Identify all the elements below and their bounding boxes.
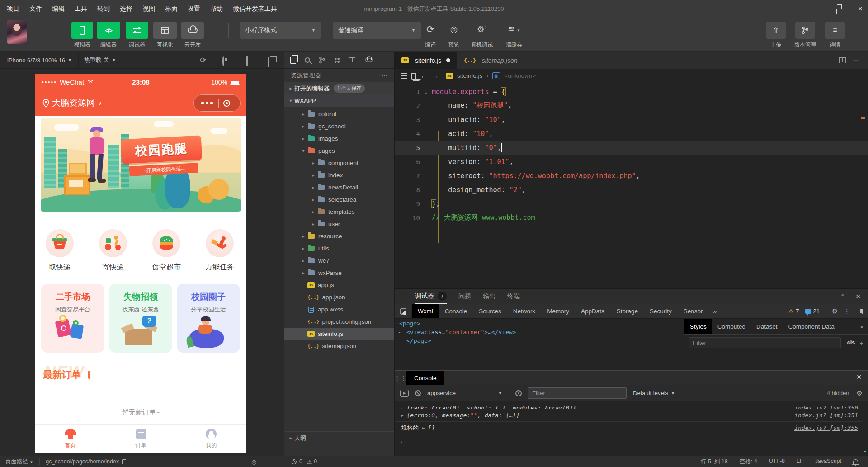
tree-item-user[interactable]: ▸user (284, 218, 394, 230)
refresh-button[interactable]: ⟳ (200, 56, 206, 65)
more-icon[interactable]: ⋯ (382, 72, 388, 79)
status-item[interactable]: UTF-8 (769, 458, 785, 466)
search-icon[interactable] (305, 57, 310, 63)
devtools-tab-Wxml[interactable]: Wxml (412, 304, 439, 318)
mini-app-title[interactable]: 大鹏资源网 (52, 97, 95, 109)
banner[interactable]: 校园跑腿 —开启新校园生活— (41, 118, 241, 212)
more-button[interactable] (201, 102, 213, 104)
console-sidebar-icon[interactable]: ▶ (400, 390, 409, 397)
devtools-tab-Storage[interactable]: Storage (611, 304, 644, 318)
console-filter-input[interactable] (528, 387, 627, 399)
editor-tab-siteinfo.js[interactable]: JSsiteinfo.js (395, 52, 457, 69)
console-settings-gear-icon[interactable]: ⚙ (857, 389, 863, 397)
simulator-button[interactable] (71, 22, 93, 39)
tree-item-colorui[interactable]: ▸colorui (284, 108, 394, 120)
split-editor-icon[interactable] (839, 57, 846, 63)
menu-项目[interactable]: 项目 (2, 0, 24, 18)
phone-tab-我的[interactable]: 我的 (176, 425, 246, 453)
context-select[interactable]: appservice ▼ (427, 390, 502, 396)
tree-item-resource[interactable]: ▸resource (284, 230, 394, 242)
cloud-icon[interactable] (365, 58, 373, 62)
devtools-tab-Sensor[interactable]: Sensor (678, 304, 709, 318)
menu-编辑[interactable]: 编辑 (47, 0, 70, 18)
styles-tab-Styles[interactable]: Styles (684, 319, 712, 334)
avatar[interactable] (7, 20, 27, 44)
more-actions-icon[interactable]: ⋯ (854, 57, 860, 64)
code-line-1[interactable]: 1⌄module.exports = { (395, 85, 868, 99)
code-line-4[interactable]: 4 acid: "10", (395, 127, 868, 141)
tree-item-we7[interactable]: ▸we7 (284, 255, 394, 267)
devtools-tab-Memory[interactable]: Memory (541, 304, 575, 318)
record-button[interactable] (222, 57, 224, 66)
wxml-node[interactable]: ▸<view class="container">…</view> (395, 328, 684, 336)
bookmark-icon[interactable] (411, 73, 416, 79)
cloud-dev-button[interactable] (181, 22, 204, 39)
status-item[interactable]: JavaScript (815, 458, 841, 466)
editor-tab-sitemap.json[interactable]: {..}sitemap.json (457, 52, 524, 69)
menu-视图[interactable]: 视图 (137, 0, 160, 18)
console-tab[interactable]: Console (406, 371, 444, 385)
code-line-9[interactable]: 9}; (395, 197, 868, 211)
card-失物招领[interactable]: 失物招领找东西 还东西 (109, 284, 172, 353)
card-二手市场[interactable]: 二手市场闲置交易平台 (41, 284, 104, 353)
status-item[interactable]: 行 5, 列 18 (701, 458, 728, 466)
clear-console-icon[interactable] (415, 390, 421, 396)
console-log-row[interactable]: ▶{rank: Array(0), school: {…}, modules: … (395, 402, 863, 409)
menu-文件[interactable]: 文件 (24, 0, 47, 18)
clear-cache-button[interactable]: ≋ ▼ (501, 24, 527, 34)
tree-item-siteinfo.js[interactable]: JSsiteinfo.js (284, 328, 394, 340)
phone-tab-首页[interactable]: 首页 (35, 425, 106, 453)
close-console-icon[interactable]: ✕ (856, 373, 862, 381)
console-prompt[interactable]: › (395, 434, 863, 445)
branch-icon[interactable] (319, 57, 326, 64)
devtools-tab-Sources[interactable]: Sources (473, 304, 507, 318)
tree-item-gc_school[interactable]: ▸gc_school (284, 120, 394, 132)
source-link[interactable]: index.js? [sm]:350 (794, 405, 858, 409)
debugger-tab-问题[interactable]: 问题 (458, 289, 471, 304)
code-line-10[interactable]: 10// 大鹏资源网 www.wobbt.com (395, 211, 868, 225)
styles-filter-input[interactable] (689, 337, 841, 348)
tree-item-app.json[interactable]: {..}app.json (284, 291, 394, 303)
wxml-tree-pane[interactable]: <page>▸<view class="container">…</view><… (395, 319, 684, 370)
card-校园圈子[interactable]: 校园圈子分享校园生活 (177, 284, 240, 353)
more-icon[interactable]: ⋯ (271, 458, 278, 465)
menu-转到[interactable]: 转到 (92, 0, 115, 18)
grid-item-食堂超市[interactable]: 食堂超市 (146, 229, 187, 272)
devtools-tab-Console[interactable]: Console (439, 304, 473, 318)
menu-选择[interactable]: 选择 (115, 0, 137, 18)
copy-icon[interactable] (122, 459, 126, 464)
debugger-button[interactable] (126, 22, 148, 39)
grid-item-万能任务[interactable]: 万能任务 (199, 229, 241, 272)
grid-item-寄快递[interactable]: 寄快递 (92, 229, 134, 272)
wxml-node[interactable]: </page> (395, 336, 684, 345)
code-line-2[interactable]: 2 name: "校园跑腿", (395, 99, 868, 113)
live-expression-icon[interactable] (515, 390, 522, 396)
devtools-tab-Network[interactable]: Network (507, 304, 542, 318)
page-path-select[interactable]: 页面路径 ▼ (5, 458, 33, 466)
tree-item-app.js[interactable]: JSapp.js (284, 279, 394, 291)
extensions-icon[interactable] (334, 57, 340, 63)
version-control-button[interactable] (795, 22, 815, 39)
tree-item-pages[interactable]: ▾pages (284, 145, 394, 157)
forward-icon[interactable]: → (432, 72, 439, 80)
code-line-8[interactable]: 8 design_method: "2", (395, 183, 868, 197)
code-line-5[interactable]: 5 multiid: "0", (395, 141, 868, 155)
visualize-button[interactable] (153, 22, 177, 39)
back-icon[interactable]: ← (420, 72, 428, 80)
wxml-node[interactable]: <page> (395, 319, 684, 328)
chevron-down-icon[interactable]: ∨ (98, 100, 102, 106)
tree-item-newsDetail[interactable]: ▸newsDetail (284, 181, 394, 193)
dock-side-icon[interactable] (856, 309, 863, 314)
code-line-6[interactable]: 6 version: "1.01", (395, 155, 868, 169)
breadcrumb-symbol[interactable]: <unknown> (504, 72, 536, 79)
tree-item-images[interactable]: ▸images (284, 132, 394, 145)
inspect-button[interactable] (395, 304, 412, 318)
tree-item-component[interactable]: ▸component (284, 157, 394, 169)
source-link[interactable]: index.js? [sm]:355 (794, 425, 858, 431)
grid-item-取快递[interactable]: 取快递 (39, 229, 80, 272)
notifications-bell-icon[interactable] (853, 459, 858, 464)
add-style-icon[interactable]: + (859, 339, 863, 347)
warning-icon[interactable]: ⚠ (788, 308, 794, 315)
drag-handle-icon[interactable]: ⋮⋮ (395, 371, 406, 385)
more-tabs-icon[interactable]: » (855, 319, 868, 334)
